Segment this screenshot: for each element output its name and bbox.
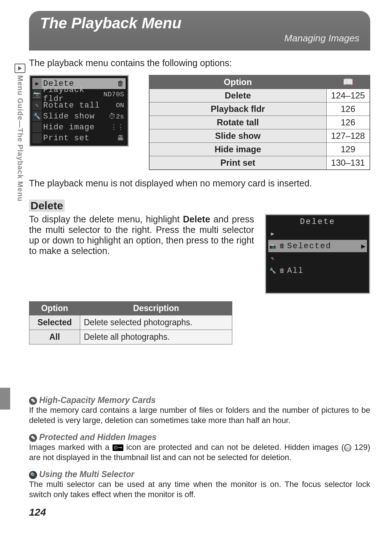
table-row: Delete124–125 (149, 89, 370, 102)
option-page-table: Option 📖 Delete124–125 Playback fldr126 … (149, 75, 370, 170)
table-row: SelectedDelete selected photographs. (29, 315, 232, 330)
table-row: Print set130–131 (149, 156, 370, 170)
page-title: The Playback Menu (40, 15, 359, 32)
note-protected-hidden: ✎Protected and Hidden Images Images mark… (29, 432, 370, 462)
lcd2-tab-camera-icon: 📷 (268, 243, 277, 250)
page-subtitle: Managing Images (40, 33, 359, 44)
note-icon: ✎ (29, 397, 37, 405)
note-icon: 🔍 (29, 471, 37, 479)
table-row: Hide image129 (149, 143, 370, 156)
delete-heading: Delete (29, 200, 65, 212)
lcd2-tab-pencil-icon: ✎ (268, 255, 277, 262)
no-card-note: The playback menu is not displayed when … (29, 178, 370, 189)
lcd2-row-selected: 📷 🗑 Selected ▶ (268, 240, 367, 252)
page-number: 124 (29, 507, 370, 518)
lcd-tab-play-icon: ▶ (32, 78, 42, 89)
table-row: AllDelete all photographs. (29, 330, 232, 344)
playback-icon (15, 64, 25, 73)
table-row: Rotate tall126 (149, 116, 370, 129)
th-option: Option (29, 302, 80, 315)
note-high-capacity: ✎High-Capacity Memory Cards If the memor… (29, 395, 370, 425)
page-ref-icon: 📖 (344, 444, 351, 451)
side-label: Menu Guide—The Playback Menu (16, 75, 24, 202)
lcd2-row-all: 🔧 🗑 All (268, 265, 367, 277)
protect-key-icon: ⊙⊸ (113, 444, 123, 451)
lcd-tab-pencil-icon: ✎ (32, 100, 42, 110)
lcd-tab-camera-icon: 📷 (32, 89, 42, 100)
lcd-row-hide-image: Hide image ⋮⋮ (32, 122, 126, 133)
lcd-row-playback-fldr: 📷 Playback fldr ND70S (32, 89, 126, 100)
table-row: Slide show127–128 (149, 129, 370, 143)
lcd2-tab-wrench-icon: 🔧 (268, 267, 277, 274)
lcd-row-slide-show: 🔧 Slide show ⏱2s (32, 111, 126, 122)
lcd-playback-menu: ▶ Delete 🗑 📷 Playback fldr ND70S ✎ Rotat… (29, 75, 129, 147)
delete-description: To display the delete menu, highlight De… (29, 214, 254, 256)
th-page-icon: 📖 (326, 75, 370, 89)
note-multi-selector: 🔍Using the Multi Selector The multi sele… (29, 470, 370, 499)
notes-section: ✎High-Capacity Memory Cards If the memor… (29, 395, 370, 499)
lcd2-tab-play-icon: ▶ (268, 230, 277, 237)
page-banner: The Playback Menu Managing Images (29, 11, 370, 51)
lcd2-title: Delete (268, 217, 367, 227)
lcd-delete-submenu: Delete ▶ 📷 🗑 Selected ▶ ✎ 🔧 🗑 All (265, 214, 370, 294)
table-row: Playback fldr126 (149, 102, 370, 116)
side-column: Menu Guide—The Playback Menu (14, 64, 26, 202)
th-description: Description (80, 302, 232, 315)
lcd-row-rotate-tall: ✎ Rotate tall ON (32, 100, 126, 111)
note-icon: ✎ (29, 434, 37, 442)
all-trash-icon: 🗑 (277, 267, 287, 274)
th-option: Option (149, 75, 326, 89)
right-arrow-icon: ▶ (361, 242, 367, 251)
selected-trash-icon: 🗑 (277, 243, 287, 250)
lcd-row-print-set: Print set 🖶 (32, 133, 126, 144)
lcd-tab-wrench-icon: 🔧 (32, 111, 42, 121)
intro-text: The playback menu contains the following… (29, 58, 370, 68)
delete-option-table: OptionDescription SelectedDelete selecte… (29, 301, 232, 344)
